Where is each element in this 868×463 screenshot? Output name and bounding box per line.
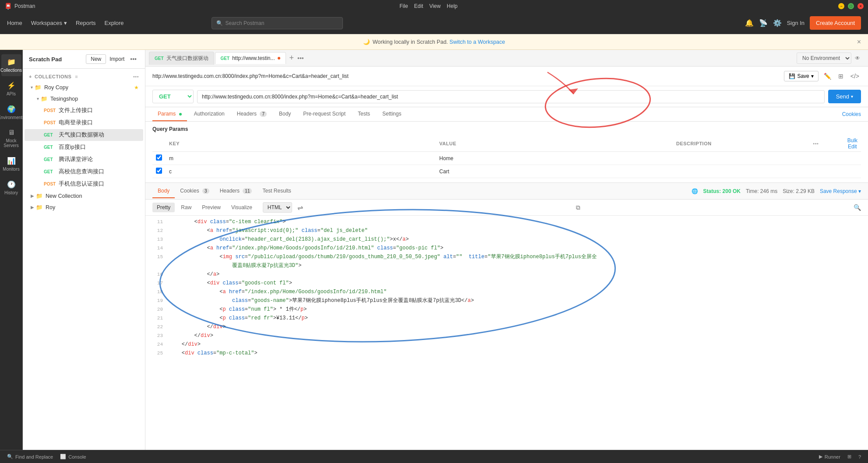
resp-tab-test-results[interactable]: Test Results <box>257 184 296 198</box>
format-visualize[interactable]: Visualize <box>227 203 257 212</box>
tab-url[interactable]: GET http://www.testin... <box>215 52 286 64</box>
switch-workspace-link[interactable]: Switch to a Workspace <box>449 39 505 45</box>
method-get-badge: GET <box>44 133 56 137</box>
copy-response-button[interactable]: ⧉ <box>576 204 580 211</box>
sidebar-item-monitors[interactable]: 📊 Monitors <box>1 153 21 175</box>
response-section: Body Cookies 3 Headers 11 Test Results 🌐… <box>145 182 868 450</box>
param-desc-c[interactable] <box>673 165 809 178</box>
environment-select[interactable]: No Environment <box>797 53 851 64</box>
format-raw[interactable]: Raw <box>176 203 196 212</box>
param-value-home[interactable]: Home <box>436 152 673 165</box>
tab-tests[interactable]: Tests <box>353 107 375 121</box>
notification-icon[interactable]: 🔔 <box>745 19 754 27</box>
collections-header[interactable]: + Collections ≡ ••• <box>25 72 143 81</box>
satellite-icon[interactable]: 📡 <box>759 19 768 27</box>
runner-item[interactable]: ▶ Runner <box>819 454 840 459</box>
sidebar-item-apis[interactable]: ⚡ APIs <box>1 78 21 100</box>
close-button[interactable]: × <box>857 3 864 9</box>
cookies-link[interactable]: Cookies <box>842 111 861 117</box>
request-item-phone[interactable]: POST 手机信息认证接口 <box>25 178 143 190</box>
menu-edit[interactable]: Edit <box>414 3 423 9</box>
url-input[interactable] <box>197 90 825 103</box>
sort-icon[interactable]: ≡ <box>75 74 78 79</box>
code-line-13: 13 onclick="header_cart_del(2183).ajax_s… <box>145 235 868 244</box>
new-button[interactable]: New <box>86 54 106 64</box>
save-response-arrow[interactable]: ▾ <box>858 188 861 194</box>
folder-tesingshop[interactable]: ▾ 📁 Tesingshop <box>25 93 143 104</box>
tab-authorization[interactable]: Authorization <box>189 107 230 121</box>
tab-weather[interactable]: GET 天气接口数据驱动 <box>149 52 214 65</box>
param-desc-m[interactable] <box>673 152 809 165</box>
find-replace-item[interactable]: 🔍 Find and Replace <box>7 454 53 459</box>
tab-params[interactable]: Params <box>152 107 187 121</box>
edit-icon-button[interactable]: ✏️ <box>822 71 833 81</box>
param-checkbox[interactable] <box>156 154 162 161</box>
menu-help[interactable]: Help <box>447 3 458 9</box>
param-key-c[interactable]: c <box>166 165 436 178</box>
sign-in-button[interactable]: Sign In <box>787 20 804 26</box>
close-banner-button[interactable]: × <box>857 38 861 46</box>
collection-roy-copy[interactable]: ▾ 📁 Roy Copy ★ <box>25 82 143 93</box>
create-account-button[interactable]: Create Account <box>810 16 861 30</box>
code-icon-button[interactable]: </> <box>849 71 861 81</box>
search-bar[interactable]: 🔍 Search Postman <box>212 17 343 29</box>
menu-file[interactable]: File <box>399 3 408 9</box>
request-item-login[interactable]: POST 电商登录接口 <box>25 117 143 129</box>
nav-explore[interactable]: Explore <box>105 20 124 26</box>
tab-body[interactable]: Body <box>274 107 296 121</box>
format-icon[interactable]: ⇌ <box>297 203 303 212</box>
sidebar-menu-button[interactable]: ••• <box>128 55 139 63</box>
minimize-button[interactable]: − <box>838 3 844 9</box>
nav-workspaces[interactable]: Workspaces ▾ <box>31 20 67 26</box>
layout-icon-button[interactable]: ⊞ <box>836 71 845 81</box>
sidebar-item-collections[interactable]: 📁 Collections <box>1 54 21 76</box>
format-preview[interactable]: Preview <box>198 203 225 212</box>
more-params-icon[interactable]: ••• <box>813 141 819 146</box>
menu-view[interactable]: View <box>429 3 441 9</box>
eye-icon[interactable]: 👁 <box>855 55 860 61</box>
request-item-baidu-ip[interactable]: GET 百度ip接口 <box>25 141 143 153</box>
param-key-m[interactable]: m <box>166 152 436 165</box>
search-response-button[interactable]: 🔍 <box>854 204 861 211</box>
tab-prerequest[interactable]: Pre-request Script <box>298 107 351 121</box>
collection-new[interactable]: ▶ 📁 New Collection <box>25 190 143 201</box>
console-item[interactable]: ⬜ Console <box>60 454 86 459</box>
request-item-weather[interactable]: GET 天气接口数据驱动 <box>25 129 143 141</box>
param-value-cart[interactable]: Cart <box>436 165 673 178</box>
request-item-tencent[interactable]: GET 腾讯课堂评论 <box>25 154 143 165</box>
settings-icon[interactable]: ⚙️ <box>773 19 782 27</box>
request-item-upload[interactable]: POST 文件上传接口 <box>25 105 143 116</box>
save-response-button[interactable]: Save Response ▾ <box>820 188 861 194</box>
add-collection-icon[interactable]: + <box>29 74 32 79</box>
tab-settings[interactable]: Settings <box>377 107 406 121</box>
resp-tab-body[interactable]: Body <box>152 184 175 198</box>
maximize-button[interactable]: □ <box>848 3 854 9</box>
format-pretty[interactable]: Pretty <box>152 203 175 212</box>
menu-bar[interactable]: File Edit View Help <box>399 3 458 9</box>
nav-reports[interactable]: Reports <box>76 20 96 26</box>
resp-tab-cookies[interactable]: Cookies 3 <box>175 184 214 198</box>
send-arrow-icon[interactable]: ▾ <box>851 94 853 99</box>
resp-tab-headers[interactable]: Headers 11 <box>215 184 258 198</box>
import-button[interactable]: Import <box>109 56 124 62</box>
sidebar-item-history[interactable]: 🕐 History <box>1 177 21 199</box>
save-dropdown-icon[interactable]: ▾ <box>811 73 814 79</box>
save-button[interactable]: 💾 Save ▾ <box>784 71 818 81</box>
sidebar-item-environments[interactable]: 🌍 Environments <box>1 102 21 123</box>
param-checkbox[interactable] <box>156 168 162 174</box>
sidebar-item-mock-servers[interactable]: 🖥 Mock Servers <box>1 125 21 151</box>
collection-roy[interactable]: ▶ 📁 Roy <box>25 202 143 213</box>
method-select[interactable]: GET POST PUT DELETE <box>152 90 194 103</box>
language-select[interactable]: HTML JSON XML Text <box>263 202 292 213</box>
tab-headers[interactable]: Headers 7 <box>232 107 272 121</box>
request-item-gaoxiao[interactable]: GET 高校信息查询接口 <box>25 166 143 178</box>
more-tabs-button[interactable]: ••• <box>297 55 304 62</box>
help-item[interactable]: ? <box>858 454 861 459</box>
star-icon[interactable]: ★ <box>134 84 139 91</box>
send-button[interactable]: Send ▾ <box>828 90 861 103</box>
nav-home[interactable]: Home <box>7 20 22 26</box>
layout-item[interactable]: ⊞ <box>847 454 851 459</box>
more-collections-icon[interactable]: ••• <box>133 74 139 79</box>
bulk-edit-button[interactable]: Bulk Edit <box>847 137 857 150</box>
add-tab-button[interactable]: + <box>287 53 297 63</box>
